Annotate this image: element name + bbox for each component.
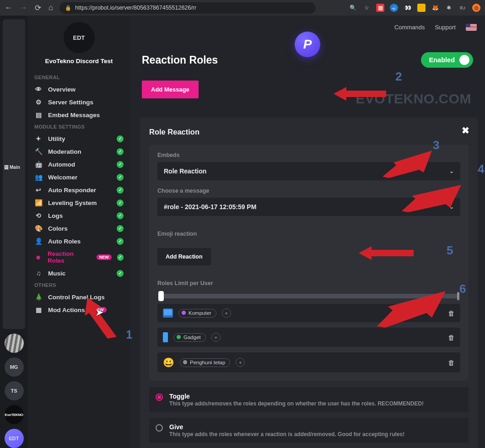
chevron-down-icon: ⌄ xyxy=(449,168,454,174)
nav-colors[interactable]: 🎨Colors✓ xyxy=(28,222,130,235)
annot-5: 5 xyxy=(447,243,453,258)
reload-icon[interactable]: ⟳ xyxy=(35,3,41,13)
section-general: GENERAL xyxy=(28,72,130,83)
nav-automod[interactable]: 🤖Automod✓ xyxy=(28,158,130,171)
role-name: Gadget xyxy=(183,335,201,340)
nav-moderation[interactable]: 🔨Moderation✓ xyxy=(28,145,130,158)
trash-icon[interactable]: 🗑 xyxy=(448,359,455,367)
roles-limit-label: Roles Limit per User xyxy=(157,280,460,286)
nav-overview[interactable]: 👁Overview xyxy=(28,83,130,96)
mode-option[interactable]: GiveThis type adds the roles whenever a … xyxy=(149,418,469,443)
trash-icon[interactable]: 🗑 xyxy=(448,309,455,317)
user-plus-icon: 👥 xyxy=(34,173,43,181)
server-name: EvoTekno Discord Test xyxy=(45,58,113,65)
role-row[interactable]: Komputer+🗑 xyxy=(157,304,460,322)
slider-thumb[interactable] xyxy=(158,291,164,301)
link-support[interactable]: Support xyxy=(435,24,456,31)
ext-icon-3[interactable]: 👀 xyxy=(404,4,412,12)
role-pill[interactable]: Gadget xyxy=(173,333,206,342)
back-icon[interactable]: ← xyxy=(5,3,12,13)
gear-icon: ⚙ xyxy=(34,98,43,106)
nav-auto-responder[interactable]: ↩Auto Responder✓ xyxy=(28,184,130,196)
server-item-mg[interactable]: MG xyxy=(5,357,24,377)
page-title: Reaction Roles xyxy=(142,54,218,66)
role-reaction-card: Role Reaction ✖ Embeds Role Reaction ⌄ C… xyxy=(140,118,478,448)
server-item-edt[interactable]: EDT xyxy=(5,429,24,448)
nav-leveling[interactable]: 📶Leveling System✓ xyxy=(28,196,130,209)
puzzle-icon[interactable]: ✱ xyxy=(445,4,453,12)
nav-embed-messages[interactable]: ▤Embed Messages xyxy=(28,108,130,121)
flag-icon[interactable] xyxy=(466,24,477,31)
address-bar[interactable]: 🔒 https://probot.io/server/8056378674555… xyxy=(59,2,316,14)
add-role-icon[interactable]: + xyxy=(222,308,231,318)
link-commands[interactable]: Commands xyxy=(394,24,425,31)
ext-icon-4[interactable] xyxy=(417,4,426,12)
annot-2: 2 xyxy=(395,70,402,84)
role-pill[interactable]: Penghuni tetap xyxy=(180,358,230,367)
music-icon: ♫ xyxy=(34,270,43,277)
forward-icon[interactable]: → xyxy=(20,3,27,13)
server-main[interactable]: 🖼Main xyxy=(3,19,25,329)
nav-reaction-roles[interactable]: ☻Reaction RolesNEW✓ xyxy=(28,248,130,267)
server-avatar[interactable]: EDT xyxy=(64,22,95,53)
ext-icon-5[interactable]: 🦊 xyxy=(431,4,439,12)
probot-logo[interactable]: P xyxy=(295,32,320,57)
role-name: Komputer xyxy=(189,310,211,316)
playlist-icon[interactable]: ≡♪ xyxy=(458,4,467,12)
trash-icon[interactable]: 🗑 xyxy=(448,334,455,341)
profile-icon[interactable]: ◍ xyxy=(472,4,480,12)
section-module: MODULE SETTINGS xyxy=(28,121,130,132)
nav-welcomer[interactable]: 👥Welcomer✓ xyxy=(28,171,130,184)
color-dot xyxy=(183,360,187,364)
nav-music[interactable]: ♫Music✓ xyxy=(28,267,130,280)
cursor-icon: ➤ xyxy=(95,307,103,318)
add-role-icon[interactable]: + xyxy=(236,358,245,367)
chevron-down-icon: ⌄ xyxy=(449,204,454,210)
role-pill[interactable]: Komputer xyxy=(178,309,216,318)
radio-icon[interactable] xyxy=(156,424,163,432)
ext-icon-2[interactable]: 🧢 xyxy=(390,4,398,12)
nav-auto-roles[interactable]: 👤Auto Roles✓ xyxy=(28,235,130,248)
nav-utility[interactable]: ✦Utility✓ xyxy=(28,132,130,145)
browser-extensions: 🔍 ☆ ▦ 🧢 👀 🦊 ✱ ≡♪ ◍ xyxy=(349,4,480,12)
choose-message-select[interactable]: #role - 2021-06-17 12:05:59 PM ⌄ xyxy=(157,198,460,216)
card-title: Role Reaction xyxy=(149,128,469,136)
server-item-1[interactable] xyxy=(5,334,24,353)
home-icon[interactable]: ⌂ xyxy=(48,3,53,13)
embeds-label: Embeds xyxy=(157,152,460,158)
smile-emoji-icon: 😀 xyxy=(163,357,174,368)
roles-limit-slider[interactable] xyxy=(158,294,459,298)
annot-3: 3 xyxy=(433,138,439,152)
nav-mod-actions[interactable]: ▦Mod ActionsNEW xyxy=(28,303,130,316)
smile-icon: ☻ xyxy=(34,254,42,261)
star-icon[interactable]: ☆ xyxy=(362,4,371,12)
server-item-evo[interactable]: EvoTEKNO xyxy=(5,405,24,424)
color-dot xyxy=(177,335,181,339)
role-row[interactable]: 😀Penghuni tetap+🗑 xyxy=(157,352,460,372)
server-item-ts[interactable]: TS xyxy=(5,381,24,400)
color-dot xyxy=(182,311,186,315)
check-icon: ✓ xyxy=(117,238,124,245)
main-content: Commands Support P Reaction Roles Enable… xyxy=(130,16,485,448)
close-icon[interactable]: ✖ xyxy=(462,125,469,136)
check-icon: ✓ xyxy=(117,135,124,142)
check-icon: ✓ xyxy=(117,200,124,206)
nav-server-settings[interactable]: ⚙Server Settings xyxy=(28,96,130,108)
nav-logs[interactable]: ⟲Logs✓ xyxy=(28,209,130,222)
role-name: Penghuni tetap xyxy=(190,360,225,365)
zoom-icon[interactable]: 🔍 xyxy=(349,4,357,12)
nav-control-panel-logs[interactable]: 🎄Control Panel Logs xyxy=(28,291,130,303)
ext-icon-1[interactable]: ▦ xyxy=(376,4,384,12)
enabled-toggle[interactable]: Enabled xyxy=(421,52,473,68)
role-row[interactable]: Gadget+🗑 xyxy=(157,328,460,347)
embeds-select[interactable]: Role Reaction ⌄ xyxy=(157,162,460,180)
add-message-button[interactable]: Add Message xyxy=(142,81,199,98)
mode-option[interactable]: ToggleThis type adds/removes the roles d… xyxy=(149,387,469,412)
check-icon: ✓ xyxy=(117,148,124,155)
grid-icon: ▦ xyxy=(34,306,43,313)
history-icon: ⟲ xyxy=(34,212,43,219)
choose-message-label: Choose a message xyxy=(157,188,460,194)
add-reaction-button[interactable]: Add Reaction xyxy=(157,248,211,265)
add-role-icon[interactable]: + xyxy=(211,333,221,342)
radio-icon[interactable] xyxy=(156,394,163,401)
